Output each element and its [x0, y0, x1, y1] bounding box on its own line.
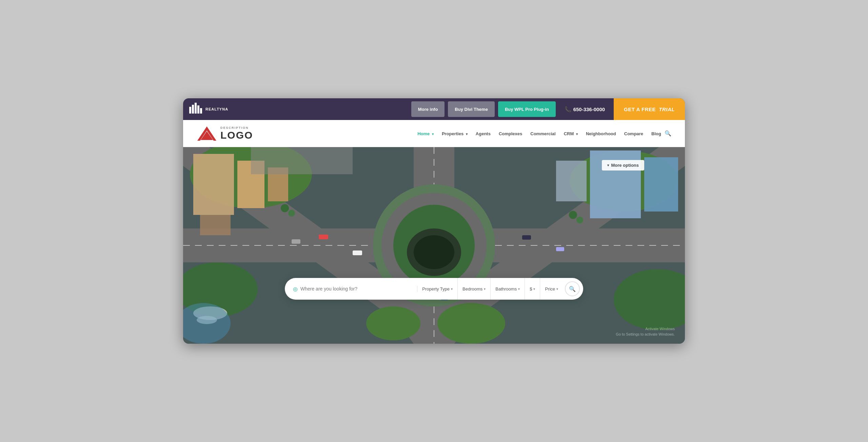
phone-area: 📞 650-336-0000 — [559, 106, 610, 113]
logo-text-area: DESCRIPTION LOGO — [220, 126, 253, 141]
nav-item-home[interactable]: Home ▾ — [417, 130, 434, 137]
nav-link-blog[interactable]: Blog — [651, 131, 661, 136]
svg-point-23 — [437, 303, 505, 344]
more-info-button[interactable]: More info — [411, 101, 445, 117]
chevron-down-icon: ▾ — [451, 287, 453, 291]
svg-point-44 — [281, 204, 289, 212]
bedrooms-label: Bedrooms — [462, 286, 482, 292]
svg-point-24 — [366, 306, 420, 340]
free-trial-text: GET A FREE — [624, 106, 656, 112]
bedrooms-dropdown[interactable]: Bedrooms ▾ — [458, 278, 491, 300]
price-label: Price — [545, 286, 555, 292]
chevron-down-icon: ▾ — [466, 132, 468, 136]
chevron-down-icon: ▾ — [607, 163, 609, 167]
hero-section: ▾ More options ◎ Property Type ▾ Bedroom… — [183, 147, 685, 344]
svg-rect-39 — [522, 235, 531, 240]
realtyna-text: REALTYNA — [205, 107, 228, 111]
buy-divi-button[interactable]: Buy Divi Theme — [448, 101, 495, 117]
phone-number: 650-336-0000 — [573, 106, 605, 112]
property-type-dropdown[interactable]: Property Type ▾ — [417, 278, 458, 300]
currency-label: $ — [530, 286, 532, 292]
search-bar: ◎ Property Type ▾ Bedrooms ▾ Bathrooms ▾… — [285, 278, 583, 300]
nav-link-commercial[interactable]: Commercial — [530, 131, 555, 136]
svg-rect-31 — [556, 161, 587, 201]
nav-link-crm[interactable]: CRM ▾ — [564, 131, 578, 136]
svg-point-46 — [569, 211, 577, 219]
buy-wpl-button[interactable]: Buy WPL Pro Plug-in — [498, 101, 556, 117]
svg-rect-38 — [292, 239, 300, 244]
bathrooms-dropdown[interactable]: Bathrooms ▾ — [491, 278, 525, 300]
svg-rect-25 — [193, 154, 234, 215]
svg-rect-28 — [200, 215, 231, 235]
nav-link-agents[interactable]: Agents — [476, 131, 491, 136]
svg-rect-3 — [197, 105, 199, 114]
svg-rect-36 — [319, 235, 328, 239]
more-options-label: More options — [611, 163, 639, 168]
search-location-field[interactable]: ◎ — [293, 286, 417, 292]
top-bar: REALTYNA More info Buy Divi Theme Buy WP… — [183, 98, 685, 120]
nav-item-blog[interactable]: Blog — [651, 130, 661, 137]
nav-links: Home ▾ Properties ▾ Agents Complexes — [417, 130, 661, 137]
svg-rect-30 — [644, 157, 678, 212]
logo-description: DESCRIPTION — [220, 126, 253, 129]
nav-item-agents[interactable]: Agents — [476, 130, 491, 137]
bathrooms-label: Bathrooms — [495, 286, 517, 292]
windows-watermark: Activate Windows Go to Settings to activ… — [616, 326, 675, 337]
nav-item-complexes[interactable]: Complexes — [499, 130, 522, 137]
chevron-down-icon: ▾ — [533, 287, 535, 291]
svg-rect-40 — [556, 247, 564, 251]
nav-search-icon[interactable]: 🔍 — [665, 130, 671, 137]
svg-rect-37 — [353, 250, 362, 255]
nav-item-neighborhood[interactable]: Neighborhood — [586, 130, 616, 137]
nav-link-neighborhood[interactable]: Neighborhood — [586, 131, 616, 136]
svg-rect-2 — [195, 103, 197, 114]
nav-link-properties[interactable]: Properties ▾ — [442, 131, 468, 136]
watermark-line1: Activate Windows — [616, 326, 675, 332]
realtyna-logo: REALTYNA — [189, 102, 228, 117]
chevron-down-icon: ▾ — [484, 287, 486, 291]
nav-item-crm[interactable]: CRM ▾ — [564, 130, 578, 137]
nav-item-properties[interactable]: Properties ▾ — [442, 130, 468, 137]
svg-point-45 — [288, 210, 295, 217]
nav-item-compare[interactable]: Compare — [624, 130, 643, 137]
search-button[interactable]: 🔍 — [565, 281, 580, 296]
svg-rect-4 — [200, 108, 202, 114]
chevron-down-icon: ▾ — [518, 287, 520, 291]
nav-item-commercial[interactable]: Commercial — [530, 130, 555, 137]
svg-rect-0 — [189, 107, 191, 114]
logo-area: DESCRIPTION LOGO — [197, 125, 253, 142]
phone-icon: 📞 — [565, 106, 571, 113]
svg-point-47 — [576, 217, 583, 223]
svg-rect-1 — [192, 105, 194, 114]
svg-point-18 — [414, 235, 454, 269]
chevron-down-icon: ▾ — [432, 132, 434, 136]
property-type-label: Property Type — [422, 286, 450, 292]
realtyna-icon — [189, 102, 203, 117]
nav-link-complexes[interactable]: Complexes — [499, 131, 522, 136]
watermark-line2: Go to Settings to activate Windows. — [616, 332, 675, 337]
more-options-button[interactable]: ▾ More options — [602, 160, 644, 170]
browser-frame: REALTYNA More info Buy Divi Theme Buy WP… — [183, 98, 685, 344]
search-icon: 🔍 — [569, 286, 576, 292]
nav-link-compare[interactable]: Compare — [624, 131, 643, 136]
logo-icon — [197, 125, 217, 142]
trial-text: TRIAL — [659, 106, 675, 112]
nav-bar: DESCRIPTION LOGO Home ▾ Properties ▾ Age… — [183, 120, 685, 147]
location-input[interactable] — [300, 286, 412, 292]
chevron-down-icon: ▾ — [556, 287, 558, 291]
hero-background — [183, 147, 685, 344]
currency-dropdown[interactable]: $ ▾ — [525, 278, 540, 300]
logo-main-text: LOGO — [220, 129, 253, 141]
price-dropdown[interactable]: Price ▾ — [540, 278, 563, 300]
nav-link-home[interactable]: Home ▾ — [417, 131, 434, 136]
chevron-down-icon: ▾ — [576, 132, 578, 136]
location-icon: ◎ — [293, 286, 298, 292]
free-trial-button[interactable]: GET A FREE TRIAL — [614, 98, 685, 120]
svg-rect-48 — [251, 147, 353, 174]
